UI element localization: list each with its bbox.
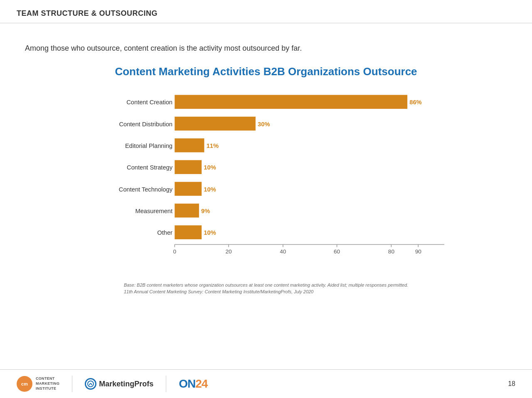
svg-text:Content Distribution: Content Distribution [119,121,172,128]
footnote-line1: Base: B2B content marketers whose organi… [124,282,408,289]
main-content: Among those who outsource, content creat… [0,23,532,369]
svg-text:80: 80 [388,248,395,255]
svg-text:10%: 10% [204,164,216,171]
svg-text:20: 20 [225,248,232,255]
svg-text:0: 0 [173,248,176,255]
svg-text:60: 60 [334,248,340,255]
marketingprofs-text: MarketingProfs [99,380,153,388]
footnote: Base: B2B content marketers whose organi… [124,282,408,295]
on24-logo: ON24 [179,377,207,391]
svg-text:Editorial Planning: Editorial Planning [125,142,172,149]
mp-icon [85,378,96,390]
bar-content-distribution [175,117,256,130]
marketingprofs-logo: MarketingProfs [85,378,153,390]
bar-chart: Content Creation 86% Content Distributio… [79,91,453,273]
svg-text:Content Technology: Content Technology [119,186,173,193]
header-bar: TEAM STRUCTURE & OUTSOURCING [0,0,532,23]
footer-divider-2 [166,376,166,392]
footer: cm CONTENT MARKETING INSTITUTE Marketing… [0,369,532,398]
svg-text:11%: 11% [207,142,219,149]
bar-editorial-planning [175,138,204,152]
footer-divider-1 [72,376,72,392]
svg-text:Content Creation: Content Creation [126,99,172,106]
subtitle-text: Among those who outsource, content creat… [25,44,507,53]
svg-text:9%: 9% [201,208,210,214]
header-title: TEAM STRUCTURE & OUTSOURCING [17,9,158,17]
svg-text:30%: 30% [258,121,270,128]
bar-measurement [175,204,199,217]
bar-content-creation [175,95,407,108]
svg-text:Other: Other [157,229,172,236]
bar-other [175,225,202,239]
chart-section: Content Marketing Activities B2B Organiz… [25,65,507,361]
on24-on: ON [179,377,195,390]
bar-content-technology [175,182,202,196]
svg-text:Content Strategy: Content Strategy [127,164,173,171]
cmi-text: CONTENT MARKETING INSTITUTE [36,376,59,391]
page-number: 18 [508,380,515,388]
svg-text:Measurement: Measurement [135,208,172,214]
slide: TEAM STRUCTURE & OUTSOURCING Among those… [0,0,532,398]
chart-title: Content Marketing Activities B2B Organiz… [115,65,417,78]
on24-24: 24 [195,377,207,390]
svg-text:10%: 10% [204,229,216,236]
svg-text:10%: 10% [204,186,216,193]
svg-text:86%: 86% [409,99,421,106]
footnote-line2: 11th Annual Content Marketing Survey: Co… [124,288,408,295]
cmi-icon: cm [17,376,32,392]
svg-text:40: 40 [280,248,286,255]
cmi-logo: cm CONTENT MARKETING INSTITUTE [17,376,59,392]
svg-text:90: 90 [415,248,422,255]
chart-wrapper: Content Creation 86% Content Distributio… [79,91,453,275]
bar-content-strategy [175,160,202,174]
